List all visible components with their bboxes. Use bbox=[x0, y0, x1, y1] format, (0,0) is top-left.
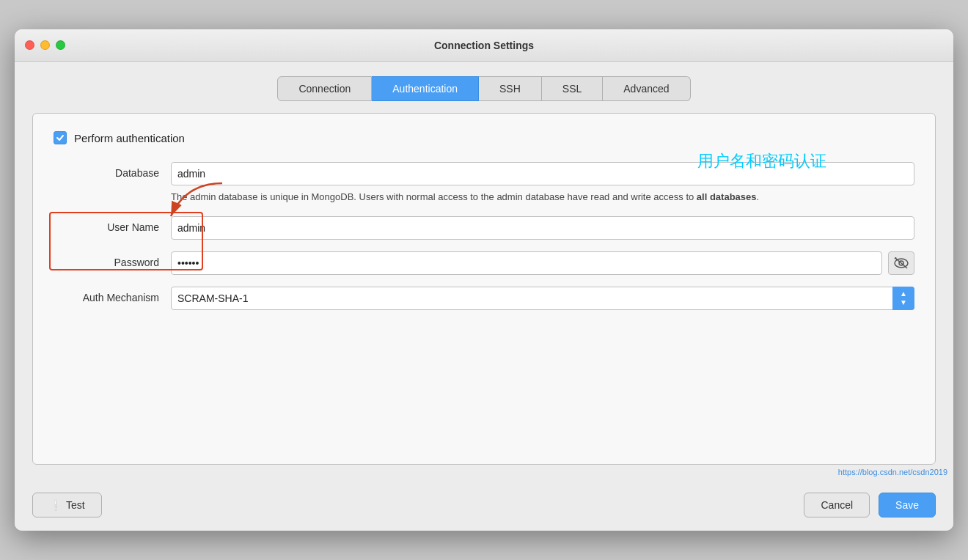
username-row: User Name bbox=[54, 216, 914, 240]
test-icon: ❕ bbox=[49, 499, 62, 511]
database-hint: The admin database is unique in MongoDB.… bbox=[171, 190, 914, 205]
tabs-bar: Connection Authentication SSH SSL Advanc… bbox=[32, 76, 936, 101]
tab-ssh[interactable]: SSH bbox=[479, 76, 542, 101]
fields-annotated-container: 用户名和密码认证 User Name bbox=[54, 216, 914, 275]
perform-auth-label: Perform authentication bbox=[74, 132, 185, 144]
password-input-group bbox=[171, 251, 914, 275]
database-input[interactable] bbox=[171, 162, 914, 185]
database-hint-text: The admin database is unique in MongoDB.… bbox=[171, 191, 759, 202]
password-field bbox=[171, 251, 914, 275]
auth-mechanism-row: Auth Mechanism SCRAM-SHA-1 SCRAM-SHA-256… bbox=[54, 287, 914, 310]
auth-mechanism-field: SCRAM-SHA-1 SCRAM-SHA-256 MONGODB-CR x.5… bbox=[171, 287, 914, 310]
settings-panel: Perform authentication Database The admi… bbox=[32, 113, 936, 465]
auth-mechanism-select[interactable]: SCRAM-SHA-1 SCRAM-SHA-256 MONGODB-CR x.5… bbox=[171, 287, 914, 310]
database-row: Database The admin database is unique in… bbox=[54, 162, 914, 205]
eye-slash-icon bbox=[894, 257, 909, 269]
username-input[interactable] bbox=[171, 216, 914, 240]
close-button[interactable] bbox=[25, 40, 34, 50]
maximize-button[interactable] bbox=[56, 40, 65, 50]
minimize-button[interactable] bbox=[40, 40, 50, 50]
password-row: Password bbox=[54, 251, 914, 275]
perform-auth-row: Perform authentication bbox=[54, 131, 914, 144]
auth-mechanism-label: Auth Mechanism bbox=[54, 287, 171, 303]
test-button[interactable]: ❕ Test bbox=[32, 493, 102, 517]
save-button[interactable]: Save bbox=[879, 493, 936, 517]
toggle-password-button[interactable] bbox=[888, 251, 914, 275]
tab-connection[interactable]: Connection bbox=[277, 76, 372, 101]
cancel-button[interactable]: Cancel bbox=[804, 493, 870, 517]
database-field: The admin database is unique in MongoDB.… bbox=[171, 162, 914, 205]
perform-auth-checkbox[interactable] bbox=[54, 131, 67, 144]
tab-advanced[interactable]: Advanced bbox=[603, 76, 690, 101]
bottom-right-buttons: Cancel Save bbox=[804, 493, 936, 517]
window: Connection Settings Connection Authentic… bbox=[15, 29, 953, 531]
traffic-lights bbox=[25, 40, 65, 50]
tab-ssl[interactable]: SSL bbox=[542, 76, 603, 101]
username-field bbox=[171, 216, 914, 240]
username-label: User Name bbox=[54, 216, 171, 233]
test-label: Test bbox=[66, 499, 85, 511]
auth-mechanism-select-wrapper: SCRAM-SHA-1 SCRAM-SHA-256 MONGODB-CR x.5… bbox=[171, 287, 914, 310]
password-input[interactable] bbox=[171, 251, 882, 275]
database-label: Database bbox=[54, 162, 171, 179]
content-area: Connection Authentication SSH SSL Advanc… bbox=[15, 62, 953, 465]
window-title: Connection Settings bbox=[434, 40, 534, 51]
tab-authentication[interactable]: Authentication bbox=[372, 76, 479, 101]
password-label: Password bbox=[54, 251, 171, 268]
watermark: https://blog.csdn.net/csdn2019 bbox=[15, 465, 953, 481]
bottom-bar: ❕ Test Cancel Save bbox=[15, 481, 953, 531]
titlebar: Connection Settings bbox=[15, 29, 953, 62]
